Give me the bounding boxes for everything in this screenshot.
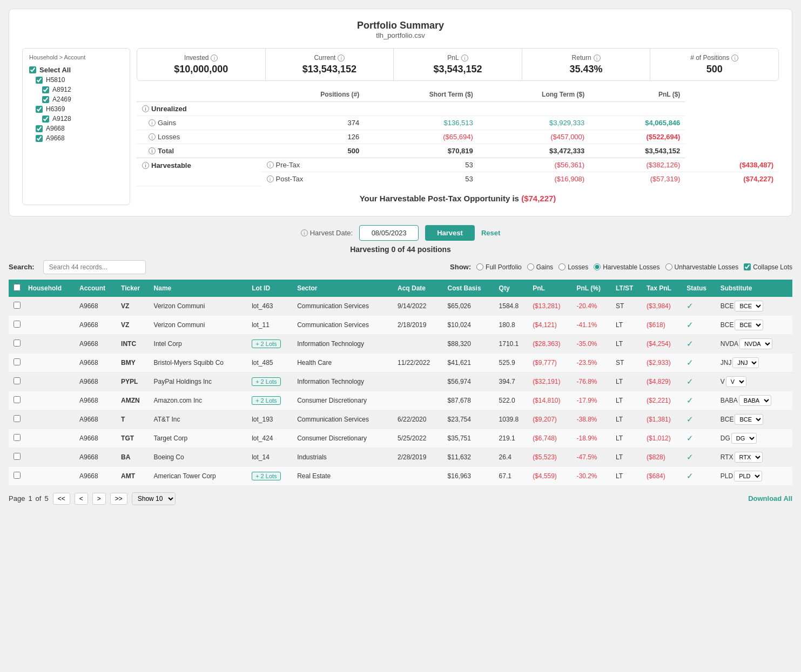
substitute-cell[interactable]: JNJ JNJ — [721, 357, 789, 368]
select-all-row[interactable]: Select All — [29, 65, 123, 75]
table-select-all-checkbox[interactable] — [14, 284, 21, 291]
substitute-cell[interactable]: BCE BCE — [721, 301, 789, 311]
household-H6369[interactable]: H6369 — [36, 104, 123, 114]
row-checkbox-cell[interactable] — [9, 391, 25, 410]
collapse-lots-option[interactable]: Collapse Lots — [744, 263, 792, 271]
page-last-btn[interactable]: >> — [110, 493, 127, 505]
show-gains[interactable]: Gains — [527, 263, 553, 271]
row-checkbox-6[interactable] — [14, 415, 21, 422]
row-substitute[interactable]: BCE BCE — [717, 315, 792, 334]
invested-info-icon[interactable]: i — [211, 55, 218, 62]
substitute-select-9[interactable]: PLD — [734, 471, 762, 481]
substitute-cell[interactable]: DG DG — [721, 433, 789, 444]
substitute-select-5[interactable]: BABA — [739, 395, 771, 406]
household-H6369-checkbox[interactable] — [36, 106, 43, 113]
collapse-lots-checkbox[interactable] — [744, 263, 751, 270]
substitute-select-4[interactable]: V — [726, 376, 746, 387]
row-lot-id[interactable]: + 2 Lots — [248, 466, 294, 485]
show-losses[interactable]: Losses — [558, 263, 588, 271]
substitute-cell[interactable]: BABA BABA — [721, 395, 789, 406]
row-checkbox-1[interactable] — [14, 321, 21, 328]
row-checkbox-cell[interactable] — [9, 447, 25, 466]
account-A9668-1-checkbox[interactable] — [36, 125, 43, 132]
row-checkbox-3[interactable] — [14, 358, 21, 365]
page-prev-btn[interactable]: < — [75, 493, 88, 505]
account-A8912[interactable]: A8912 — [42, 85, 123, 94]
lot-badge[interactable]: + 2 Lots — [252, 377, 280, 386]
pretax-info-icon[interactable]: i — [267, 161, 274, 168]
download-all-button[interactable]: Download All — [748, 494, 792, 503]
account-A8912-checkbox[interactable] — [42, 86, 49, 93]
row-substitute[interactable]: JNJ JNJ — [717, 353, 792, 372]
substitute-select-6[interactable]: BCE — [735, 414, 763, 425]
account-A9668-2-checkbox[interactable] — [36, 135, 43, 142]
household-H5810[interactable]: H5810 — [36, 75, 123, 85]
row-substitute[interactable]: PLD PLD — [717, 466, 792, 485]
row-checkbox-cell[interactable] — [9, 429, 25, 447]
row-checkbox-4[interactable] — [14, 377, 21, 384]
select-all-checkbox[interactable] — [29, 66, 36, 73]
substitute-cell[interactable]: V V — [721, 376, 789, 387]
substitute-cell[interactable]: RTX RTX — [721, 452, 789, 463]
account-A9128[interactable]: A9128 — [42, 114, 123, 124]
page-first-btn[interactable]: << — [53, 493, 70, 505]
losses-info-icon[interactable]: i — [149, 133, 156, 140]
gains-info-icon[interactable]: i — [149, 119, 156, 126]
row-checkbox-7[interactable] — [14, 434, 21, 441]
substitute-select-8[interactable]: RTX — [735, 452, 763, 463]
total-info-icon[interactable]: i — [149, 147, 156, 154]
substitute-select-2[interactable]: NVDA — [739, 338, 772, 349]
row-lot-id[interactable]: + 2 Lots — [248, 334, 294, 353]
row-checkbox-cell[interactable] — [9, 372, 25, 391]
show-harvestable-losses[interactable]: Harvestable Losses — [594, 263, 659, 271]
search-input[interactable] — [43, 260, 146, 274]
row-checkbox-9[interactable] — [14, 472, 21, 479]
harvest-button[interactable]: Harvest — [425, 225, 475, 241]
page-next-btn[interactable]: > — [92, 493, 106, 505]
row-lot-id[interactable]: + 2 Lots — [248, 391, 294, 410]
row-checkbox-5[interactable] — [14, 396, 21, 403]
row-substitute[interactable]: BCE BCE — [717, 410, 792, 429]
account-A9128-checkbox[interactable] — [42, 116, 49, 123]
lot-badge[interactable]: + 2 Lots — [252, 340, 280, 348]
account-A2469[interactable]: A2469 — [42, 94, 123, 104]
row-checkbox-cell[interactable] — [9, 410, 25, 429]
unrealized-info-icon[interactable]: i — [142, 105, 149, 112]
household-H5810-checkbox[interactable] — [36, 77, 43, 84]
row-substitute[interactable]: BABA BABA — [717, 391, 792, 410]
substitute-select-7[interactable]: DG — [731, 433, 757, 444]
positions-info-icon[interactable]: i — [731, 55, 738, 62]
row-substitute[interactable]: V V — [717, 372, 792, 391]
account-A2469-checkbox[interactable] — [42, 96, 49, 103]
substitute-select-3[interactable]: JNJ — [732, 357, 759, 368]
pnl-info-icon[interactable]: i — [461, 55, 468, 62]
show-count-select[interactable]: Show 10 Show 25 Show 50 — [132, 492, 176, 505]
lot-badge[interactable]: + 2 Lots — [252, 396, 280, 405]
row-checkbox-2[interactable] — [14, 340, 21, 347]
row-checkbox-0[interactable] — [14, 302, 21, 309]
substitute-select-0[interactable]: BCE — [735, 301, 763, 311]
substitute-cell[interactable]: BCE BCE — [721, 414, 789, 425]
substitute-cell[interactable]: NVDA NVDA — [721, 338, 789, 349]
show-full-portfolio[interactable]: Full Portfolio — [476, 263, 522, 271]
lot-badge[interactable]: + 2 Lots — [252, 472, 280, 480]
row-substitute[interactable]: RTX RTX — [717, 447, 792, 466]
substitute-cell[interactable]: PLD PLD — [721, 471, 789, 481]
harvest-date-input[interactable] — [359, 225, 419, 241]
substitute-select-1[interactable]: BCE — [735, 320, 763, 330]
show-unharvestable-losses[interactable]: Unharvestable Losses — [665, 263, 739, 271]
reset-button[interactable]: Reset — [481, 229, 500, 237]
row-checkbox-8[interactable] — [14, 453, 21, 460]
harvest-date-info-icon[interactable]: i — [301, 229, 308, 236]
row-checkbox-cell[interactable] — [9, 334, 25, 353]
account-A9668-1[interactable]: A9668 — [36, 124, 123, 133]
posttax-info-icon[interactable]: i — [267, 175, 274, 182]
row-checkbox-cell[interactable] — [9, 297, 25, 316]
substitute-cell[interactable]: BCE BCE — [721, 320, 789, 330]
row-checkbox-cell[interactable] — [9, 315, 25, 334]
harvestable-info-icon[interactable]: i — [142, 162, 149, 169]
row-lot-id[interactable]: + 2 Lots — [248, 372, 294, 391]
row-substitute[interactable]: BCE BCE — [717, 297, 792, 316]
row-checkbox-cell[interactable] — [9, 353, 25, 372]
current-info-icon[interactable]: i — [338, 55, 345, 62]
